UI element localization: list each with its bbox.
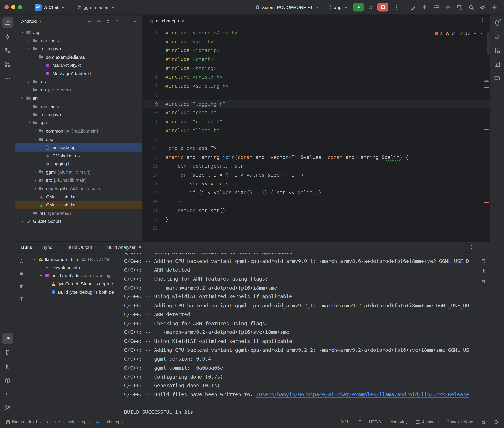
clear-button[interactable] <box>481 279 486 285</box>
tree-item-llama-android-fin[interactable]: llama.android: fin22 sec, 583 ms <box>28 255 121 263</box>
tree-item-cpp[interactable]: cpp <box>16 119 142 127</box>
project-tool-button[interactable] <box>2 17 13 28</box>
editor-tab-ai-chat-cpp[interactable]: ++ ai_chat.cpp <box>145 15 189 27</box>
tree-item-logging-h[interactable]: Hlogging.h <box>16 160 142 168</box>
code-line-15[interactable]: 15static std::string join(const std::vec… <box>142 153 490 162</box>
tree-item-messageadapter-kt[interactable]: MessageAdapter.kt <box>16 69 142 78</box>
code-line-22[interactable]: 22} <box>142 215 490 224</box>
tree-item-gradle-scripts[interactable]: Gradle Scripts <box>16 217 142 225</box>
previous-issue-icon[interactable] <box>473 31 477 36</box>
tree-item-cpp[interactable]: cpp <box>16 135 142 143</box>
collapse-all-button[interactable] <box>112 17 121 25</box>
code-line-8[interactable]: 8 <box>142 91 490 100</box>
running-devices-tool-button[interactable] <box>492 73 503 83</box>
tree-item-manifests[interactable]: manifests <box>16 102 142 110</box>
tree-item-kotlin-java[interactable]: kotlin+java <box>16 45 142 53</box>
debug-button[interactable] <box>366 3 375 12</box>
chevron-right-icon[interactable] <box>26 80 32 84</box>
chevron-down-icon[interactable] <box>32 257 37 261</box>
close-tab-icon[interactable] <box>94 245 98 249</box>
build-tab-build-analyzer[interactable]: Build Analyzer <box>107 244 142 249</box>
hide-button[interactable] <box>130 17 139 25</box>
logcat-tool-button[interactable] <box>2 361 13 372</box>
tree-item-res[interactable]: res(generated) <box>16 86 142 94</box>
editor-scrollbar[interactable] <box>487 32 490 55</box>
status-utf-8[interactable]: UTF-8 <box>369 420 381 424</box>
code-line-10[interactable]: 10#include "chat.h" <box>142 109 490 117</box>
code-line-3[interactable]: 3#include <iomanip> <box>142 46 490 55</box>
tree-item-jvmtarget-string-is-deprec[interactable]: 'jvmTarget: String' is deprec <box>28 280 121 288</box>
build-tab-build-output[interactable]: Build Output <box>67 244 98 249</box>
chevron-right-icon[interactable] <box>26 113 32 117</box>
locate-button[interactable] <box>94 17 103 25</box>
chevron-down-icon[interactable] <box>32 137 38 141</box>
tree-item-ai-chat-cpp[interactable]: ++ai_chat.cpp <box>16 143 142 152</box>
task-list-button[interactable] <box>431 2 442 12</box>
soft-wrap-button[interactable] <box>481 258 486 265</box>
problems-tool-button[interactable] <box>2 375 13 386</box>
gemini-button[interactable] <box>489 2 500 12</box>
layout-inspector-tool-button[interactable] <box>492 59 503 70</box>
stop-button[interactable] <box>377 3 388 12</box>
tree-item-res[interactable]: res <box>16 78 142 86</box>
tree-item-download-info[interactable]: Download info <box>28 263 121 272</box>
breadcrumb-main[interactable]: main <box>66 420 76 424</box>
tree-item-lib[interactable]: lib <box>16 94 142 102</box>
pull-requests-tool-button[interactable] <box>2 59 13 70</box>
plus-button[interactable] <box>85 17 94 25</box>
settings-button[interactable] <box>478 2 488 12</box>
breadcrumb-src[interactable]: src <box>54 420 60 424</box>
build-tool-button[interactable] <box>2 333 13 344</box>
chevron-down-icon[interactable] <box>38 19 43 23</box>
notifications-tool-button[interactable] <box>492 17 503 28</box>
next-issue-icon[interactable] <box>479 31 483 36</box>
tree-item-cmakelists-txt[interactable]: CMakeLists.txt <box>16 192 142 201</box>
scroll-end-button[interactable] <box>481 269 486 275</box>
tree-item-mainactivity-kt[interactable]: MainActivity.kt <box>16 61 142 69</box>
gradle-tool-button[interactable] <box>492 31 503 42</box>
minimize-window-button[interactable] <box>11 5 16 9</box>
refresh-button[interactable] <box>17 257 26 265</box>
chevron-right-icon[interactable] <box>32 170 38 174</box>
commit-tool-button[interactable] <box>2 31 13 42</box>
tree-item-manifests[interactable]: manifests <box>16 36 142 45</box>
inspections-widget[interactable]: 3 24 15 <box>433 31 485 36</box>
code-line-13[interactable]: 13 <box>142 135 490 144</box>
chevron-right-icon[interactable] <box>19 219 25 223</box>
console-link[interactable]: /Users/hanyin/Workspace/ai-chat/examples… <box>256 392 469 397</box>
status-context-none[interactable]: Context: None <box>446 420 473 424</box>
chevron-right-icon[interactable] <box>32 129 38 133</box>
chevron-right-icon[interactable] <box>32 186 38 190</box>
stop-square-button[interactable] <box>17 270 26 278</box>
status-4-spaces[interactable]: 4 spaces <box>415 420 439 424</box>
status-lf[interactable]: LF <box>356 420 361 424</box>
breadcrumb-ai-chat-cpp[interactable]: ++ai_chat.cpp <box>95 420 123 424</box>
zoom-window-button[interactable] <box>18 5 22 9</box>
vcs-branch-selector[interactable]: ggml-master <box>74 3 118 11</box>
code-line-21[interactable]: 21 return str.str(); <box>142 206 490 215</box>
more-run-options-button[interactable] <box>392 2 402 12</box>
chevron-right-icon[interactable] <box>26 104 32 108</box>
run-configuration-selector[interactable]: app <box>324 3 351 11</box>
chevron-down-icon[interactable] <box>19 96 25 100</box>
chevron-right-icon[interactable] <box>26 39 32 43</box>
code-inspect-button[interactable] <box>420 2 430 12</box>
tree-item-common[interactable]: common[AiChat.lib.main] <box>16 127 142 135</box>
pin-button[interactable] <box>17 282 26 291</box>
ai-actions-button[interactable] <box>408 2 419 12</box>
code-line-2[interactable]: 2#include <jni.h> <box>142 38 490 46</box>
more-tool-windows-tool-button[interactable] <box>2 73 13 83</box>
debug-extra-button[interactable] <box>443 2 453 12</box>
editor-options-icon[interactable] <box>480 18 485 23</box>
chevron-down-icon[interactable] <box>26 121 32 125</box>
device-link-button[interactable] <box>455 2 465 12</box>
tree-item-build-gradle-kts[interactable]: build.gradle.ktsapp 1 warning <box>28 272 121 280</box>
tree-item-cmakelists-txt[interactable]: CMakeLists.txt <box>16 152 142 160</box>
code-line-17[interactable]: 17 for (size_t i = 0; i < values.size();… <box>142 171 490 180</box>
close-tab-icon[interactable] <box>181 19 185 23</box>
code-line-18[interactable]: 18 str << values[i]; <box>142 180 490 189</box>
device-file-explorer-tool-button[interactable] <box>492 45 503 56</box>
code-line-14[interactable]: 14template<class T> <box>142 144 490 153</box>
version-control-tool-button[interactable] <box>2 402 13 413</box>
minimize-panel-icon[interactable] <box>479 245 484 249</box>
